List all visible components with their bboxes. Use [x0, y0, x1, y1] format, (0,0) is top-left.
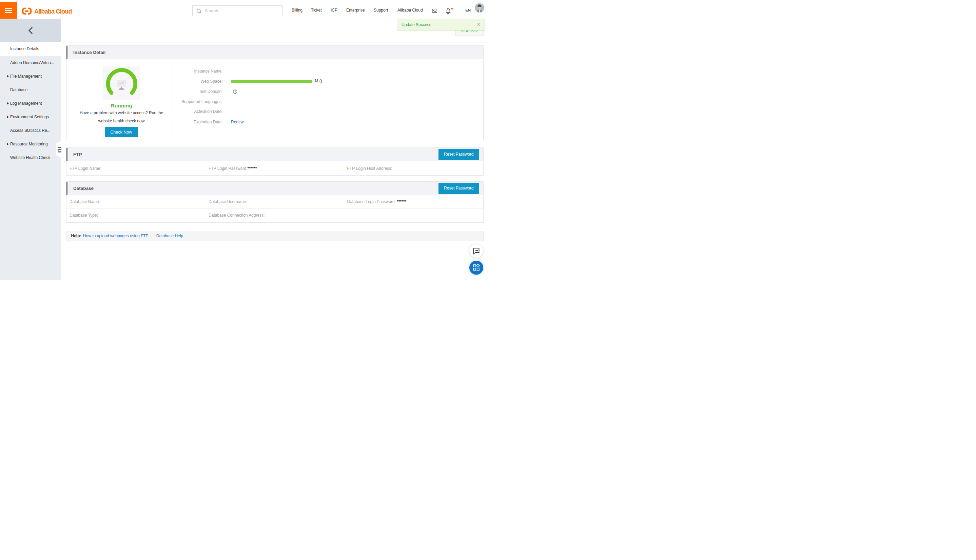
svg-text:?: ? [234, 90, 236, 93]
svg-text:Alibaba Cloud: Alibaba Cloud [34, 8, 72, 15]
